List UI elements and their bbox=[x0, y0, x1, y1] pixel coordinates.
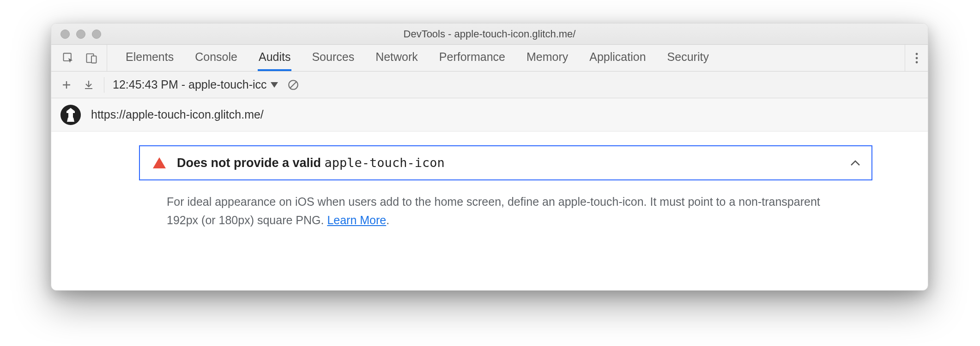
window-title: DevTools - apple-touch-icon.glitch.me/ bbox=[51, 28, 928, 40]
tab-security[interactable]: Security bbox=[666, 45, 710, 71]
tab-application[interactable]: Application bbox=[588, 45, 647, 71]
report-url: https://apple-touch-icon.glitch.me/ bbox=[91, 108, 264, 121]
window-minimize-button[interactable] bbox=[76, 30, 85, 39]
traffic-lights bbox=[51, 30, 101, 39]
chevron-up-icon[interactable] bbox=[850, 160, 860, 166]
report-selector[interactable]: 12:45:43 PM - apple-touch-icc bbox=[113, 78, 278, 91]
chevron-down-icon bbox=[271, 82, 278, 88]
audit-title-code: apple-touch-icon bbox=[325, 155, 445, 170]
device-toolbar-icon[interactable] bbox=[85, 51, 98, 65]
svg-line-12 bbox=[290, 82, 296, 88]
svg-point-5 bbox=[915, 61, 918, 63]
clear-report-icon[interactable] bbox=[286, 78, 300, 92]
window-zoom-button[interactable] bbox=[92, 30, 101, 39]
svg-rect-2 bbox=[91, 56, 97, 63]
report-header: https://apple-touch-icon.glitch.me/ bbox=[51, 98, 928, 131]
tab-performance[interactable]: Performance bbox=[438, 45, 506, 71]
svg-point-4 bbox=[915, 57, 918, 59]
svg-marker-10 bbox=[271, 82, 278, 88]
audit-description-text: For ideal appearance on iOS when users a… bbox=[167, 195, 820, 227]
toolbar-divider bbox=[104, 77, 104, 93]
audit-item[interactable]: Does not provide a valid apple-touch-ico… bbox=[139, 145, 872, 180]
svg-rect-14 bbox=[68, 113, 73, 118]
tab-console[interactable]: Console bbox=[194, 45, 238, 71]
audit-content: Does not provide a valid apple-touch-ico… bbox=[51, 131, 928, 229]
svg-marker-15 bbox=[67, 118, 74, 122]
tab-elements[interactable]: Elements bbox=[125, 45, 175, 71]
tab-sources[interactable]: Sources bbox=[311, 45, 355, 71]
fail-triangle-icon bbox=[153, 157, 166, 168]
report-selector-label: 12:45:43 PM - apple-touch-icc bbox=[113, 78, 267, 91]
svg-point-3 bbox=[915, 53, 918, 55]
window-titlebar: DevTools - apple-touch-icon.glitch.me/ bbox=[51, 24, 928, 45]
lighthouse-icon bbox=[60, 105, 81, 125]
audit-description: For ideal appearance on iOS when users a… bbox=[167, 192, 845, 229]
audit-title: Does not provide a valid apple-touch-ico… bbox=[177, 155, 445, 170]
audits-toolbar: 12:45:43 PM - apple-touch-icc bbox=[51, 72, 928, 98]
inspect-controls bbox=[51, 45, 107, 71]
inspect-element-icon[interactable] bbox=[61, 51, 75, 65]
svg-marker-13 bbox=[67, 108, 75, 113]
window-close-button[interactable] bbox=[60, 30, 70, 39]
tab-network[interactable]: Network bbox=[375, 45, 419, 71]
devtools-window: DevTools - apple-touch-icon.glitch.me/ E… bbox=[51, 23, 928, 291]
tab-audits[interactable]: Audits bbox=[258, 45, 291, 71]
learn-more-link[interactable]: Learn More bbox=[327, 214, 386, 227]
more-options-button[interactable] bbox=[905, 45, 928, 71]
tab-memory[interactable]: Memory bbox=[526, 45, 569, 71]
audit-title-prefix: Does not provide a valid bbox=[177, 156, 325, 170]
panel-tabs-row: Elements Console Audits Sources Network … bbox=[51, 45, 928, 72]
new-audit-icon[interactable] bbox=[60, 78, 73, 92]
panel-tabs: Elements Console Audits Sources Network … bbox=[107, 45, 905, 71]
audit-description-suffix: . bbox=[386, 214, 389, 227]
download-report-icon[interactable] bbox=[82, 78, 96, 92]
